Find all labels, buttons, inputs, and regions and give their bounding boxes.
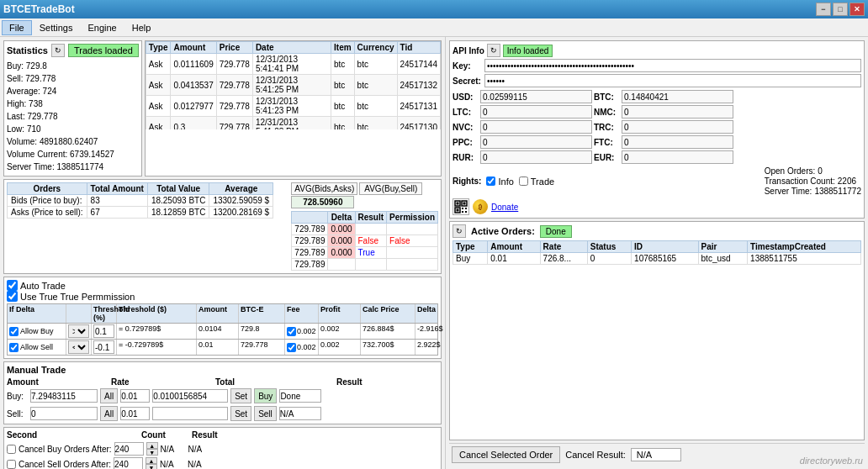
ltc-row: LTC: (453, 105, 592, 119)
col-threshold-pct: Threshold (%) (92, 304, 117, 323)
title-controls: − □ ✕ (816, 3, 865, 16)
buy-set-button[interactable]: Set (230, 388, 251, 403)
ltc-label: LTC: (453, 108, 478, 117)
nmc-input (622, 105, 733, 119)
menu-help[interactable]: Help (124, 20, 159, 35)
sell-set-button[interactable]: Set (230, 406, 251, 421)
active-col-amount: Amount (488, 241, 540, 253)
nmc-label: NMC: (594, 108, 619, 117)
second-label: Second (7, 430, 141, 440)
active-orders-refresh[interactable]: ↻ (453, 224, 466, 238)
trades-col-tid: Tid (397, 42, 441, 54)
auto-trade-row: Auto Trade (7, 280, 438, 291)
allow-sell-checkbox[interactable] (9, 343, 19, 352)
trades-box: Type Amount Price Date Item Currency Tid… (145, 40, 442, 177)
trades-col-amount: Amount (171, 42, 216, 54)
buy-threshold-pct-input[interactable] (93, 324, 114, 338)
allow-buy-checkbox[interactable] (9, 327, 19, 336)
cancel-sell-spinner[interactable]: ▲▼ (146, 457, 157, 469)
sell-total-input[interactable] (152, 407, 228, 420)
nmc-row: NMC: (594, 105, 733, 119)
usd-input (480, 90, 592, 103)
cancel-buy-seconds-input[interactable] (114, 442, 144, 456)
col-empty (66, 304, 92, 323)
sell-fee-checkbox[interactable] (287, 343, 296, 352)
nvc-input (480, 120, 592, 134)
buy-total-input[interactable] (152, 389, 228, 403)
cancel-selected-order-button[interactable]: Cancel Selected Order (452, 446, 560, 463)
asks-row: Asks (Price to sell): 67 18.12859 BTC 13… (8, 207, 273, 219)
cancel-result-value: N/A (631, 448, 681, 461)
ftc-row: FTC: (594, 135, 733, 149)
server-time-val: 1388511772 (814, 187, 861, 196)
active-orders-table: Type Amount Rate Status ID Pair Timestam… (453, 240, 861, 265)
result-col-label: Result (336, 377, 412, 387)
api-refresh-button[interactable]: ↻ (487, 44, 500, 57)
stat-sell: Sell: 729.778 (7, 72, 139, 85)
ftc-label: FTC: (594, 138, 619, 147)
sell-calc-price: 732.700$ (361, 340, 415, 355)
rights-info-checkbox[interactable] (486, 177, 495, 186)
bids-orders: 83 (87, 195, 147, 207)
buy-all-button[interactable]: All (100, 388, 118, 403)
minimize-button[interactable]: − (816, 3, 831, 16)
asks-orders: 67 (87, 207, 147, 219)
col-profit: Profit (319, 304, 361, 323)
cancel-sell-checkbox[interactable] (7, 460, 16, 469)
sell-op-select[interactable]: < (68, 340, 89, 354)
true-perm-checkbox[interactable] (7, 291, 18, 302)
title-bar: BTCETradeBot − □ ✕ (0, 0, 868, 18)
maximize-button[interactable]: □ (833, 3, 848, 16)
sell-threshold-dollar: = -0.729789$ (117, 340, 197, 355)
key-label: Key: (453, 61, 482, 71)
secret-input[interactable] (484, 74, 861, 87)
cancel-sell-seconds-input[interactable] (114, 457, 143, 469)
buy-fee-checkbox[interactable] (287, 327, 296, 336)
statistics-box: Statistics ↻ Trades loaded Buy: 729.8 Se… (3, 40, 142, 177)
delta-col-price (292, 212, 328, 224)
buy-rate-input[interactable] (120, 389, 150, 403)
trades-status: Trades loaded (68, 44, 139, 57)
cancel-buy-spinner[interactable]: ▲▼ (146, 442, 158, 456)
sell-amount-input[interactable] (30, 407, 98, 420)
buy-button[interactable]: Buy (254, 388, 277, 403)
table-row[interactable]: Buy0.01726.8...0107685165btc_usd13885117… (453, 253, 861, 265)
donate-link[interactable]: Donate (491, 203, 518, 212)
bids-row: Bids (Price to buy): 83 18.25093 BTC 133… (8, 195, 273, 207)
trades-scroll[interactable]: Type Amount Price Date Item Currency Tid… (146, 41, 441, 129)
delta-col-result: Result (355, 212, 387, 224)
bids-value: 13302.59059 $ (209, 195, 273, 207)
buy-result-input (279, 389, 321, 403)
nvc-label: NVC: (453, 123, 478, 132)
menu-engine[interactable]: Engine (80, 20, 124, 35)
orders-col-orders: Orders (8, 183, 87, 195)
ppc-label: PPC: (453, 138, 478, 147)
key-input[interactable] (484, 59, 861, 72)
buy-profit: 0.002 (319, 324, 361, 339)
menu-file[interactable]: File (2, 20, 32, 35)
buy-op-select[interactable]: > (68, 324, 89, 338)
sell-rate-input[interactable] (120, 407, 150, 420)
orders-col-avg: Average (209, 183, 273, 195)
menu-settings[interactable]: Settings (32, 20, 81, 35)
rights-trade-checkbox[interactable] (519, 177, 528, 186)
buy-amount-input[interactable] (30, 389, 98, 403)
api-info-label: API Info (453, 46, 484, 55)
sell-all-button[interactable]: All (100, 406, 118, 421)
active-orders-label: Active Orders: (471, 226, 535, 236)
result-label-cancel: Result (192, 430, 242, 440)
delta-row: 729.7890.000 (292, 224, 438, 235)
close-button[interactable]: ✕ (849, 3, 865, 16)
cancel-buy-checkbox[interactable] (7, 445, 16, 454)
sell-button[interactable]: Sell (254, 406, 277, 421)
avg-bids-asks-val: 728.50960 (291, 196, 354, 208)
true-perm-label: Use True True Permmission (20, 292, 135, 302)
delta-row: 729.7890.000FalseFalse (292, 235, 438, 247)
btc-label: BTC: (594, 92, 619, 102)
auto-trade-label: Auto Trade (20, 281, 66, 291)
col-threshold-dollar: Threshold ($) (117, 304, 197, 323)
refresh-button[interactable]: ↻ (51, 44, 65, 57)
auto-trade-checkbox[interactable] (7, 280, 18, 291)
sell-threshold-pct-input[interactable] (93, 340, 114, 354)
rur-input (480, 150, 592, 164)
